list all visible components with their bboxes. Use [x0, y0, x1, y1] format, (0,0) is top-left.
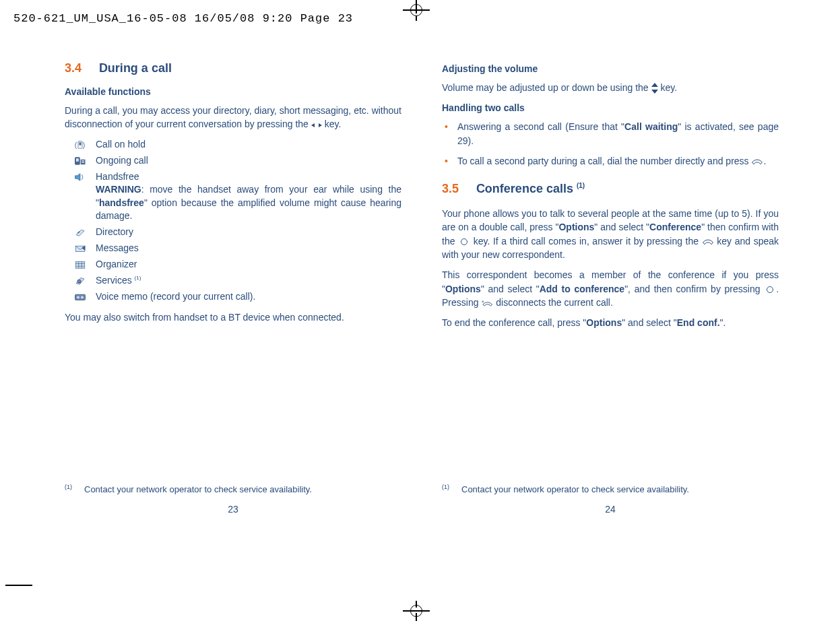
list-item-label: Ongoing call — [96, 154, 401, 168]
end-key-icon — [481, 299, 493, 307]
page-number: 23 — [65, 504, 401, 515]
page-23: 3.4 During a call Available functions Du… — [65, 59, 401, 535]
ok-key-icon — [458, 238, 470, 246]
list-item-label: Handsfree WARNING: move the handset away… — [96, 170, 401, 223]
list-item: Organizer — [65, 258, 401, 271]
conference-paragraph-2: This correspondent becomes a member of t… — [442, 268, 779, 309]
page-24: Adjusting the volume Volume may be adjus… — [442, 59, 779, 535]
footnote: (1)Contact your network operator to chec… — [442, 484, 779, 494]
phone-hold-icon: () — [65, 138, 96, 152]
bt-switch-note: You may also switch from handset to a BT… — [65, 310, 401, 324]
messages-icon — [65, 242, 96, 255]
list-item: Directory — [65, 226, 401, 239]
list-item-label: Organizer — [96, 258, 401, 271]
svg-marker-25 — [651, 90, 658, 94]
list-item-label: Answering a second call (Ensure that "Ca… — [457, 120, 779, 148]
svg-point-27 — [767, 286, 773, 292]
svg-rect-10 — [82, 162, 84, 162]
handsfree-icon — [65, 170, 96, 184]
list-item: Services (1) — [65, 274, 401, 288]
bullet-icon: • — [445, 154, 448, 168]
volume-paragraph: Volume may be adjusted up or down be usi… — [442, 81, 779, 94]
print-job-header: 520-621_UM_USA_16-05-08 16/05/08 9:20 Pa… — [13, 12, 353, 25]
left-right-arrow-icon — [311, 122, 322, 129]
page-number: 24 — [442, 504, 779, 515]
services-icon — [65, 274, 96, 288]
list-item: Messages — [65, 242, 401, 255]
section-heading: 3.5 Conference calls (1) — [442, 180, 779, 196]
section-title: During a call — [99, 61, 172, 75]
list-item: Ongoing call — [65, 154, 401, 168]
up-down-key-icon — [651, 83, 658, 94]
list-item-label: Call on hold — [96, 138, 401, 152]
call-key-icon — [751, 158, 763, 166]
svg-point-22 — [77, 296, 79, 298]
conference-paragraph-3: To end the conference call, press "Optio… — [442, 316, 779, 329]
list-item-label: Messages — [96, 242, 401, 255]
svg-point-28 — [482, 301, 484, 302]
subheading-available-functions: Available functions — [65, 86, 401, 97]
svg-rect-4 — [79, 142, 82, 145]
svg-marker-11 — [75, 173, 81, 181]
svg-rect-21 — [75, 294, 86, 300]
svg-point-26 — [461, 239, 467, 245]
section-number: 3.5 — [442, 182, 459, 195]
organizer-icon — [65, 258, 96, 271]
list-item: Handsfree WARNING: move the handset away… — [65, 170, 401, 223]
ongoing-call-icon — [65, 154, 96, 168]
svg-rect-9 — [82, 160, 84, 161]
footnote: (1)Contact your network operator to chec… — [65, 484, 401, 494]
bullet-icon: • — [445, 120, 448, 148]
section-number: 3.4 — [65, 61, 82, 75]
intro-paragraph: During a call, you may access your direc… — [65, 104, 401, 131]
list-item-label: Directory — [96, 226, 401, 239]
svg-marker-24 — [651, 83, 658, 87]
list-item-label: Services (1) — [96, 274, 401, 288]
subheading-handling-two-calls: Handling two calls — [442, 102, 779, 113]
section-title: Conference calls (1) — [476, 182, 585, 195]
bullet-list: • Answering a second call (Ensure that "… — [442, 120, 779, 168]
ok-key-icon — [764, 286, 776, 294]
subheading-adjusting-volume: Adjusting the volume — [442, 63, 779, 74]
list-item: • Answering a second call (Ensure that "… — [442, 120, 779, 148]
svg-text:): ) — [83, 140, 86, 148]
list-item: () Call on hold — [65, 138, 401, 152]
list-item: Voice memo (record your current call). — [65, 290, 401, 304]
svg-marker-0 — [311, 123, 315, 127]
call-key-icon — [702, 238, 714, 246]
svg-point-23 — [81, 296, 84, 298]
footnote-area: (1)Contact your network operator to chec… — [442, 484, 779, 515]
list-item-label: To call a second party during a call, di… — [457, 154, 779, 168]
footnote-area: (1)Contact your network operator to chec… — [65, 484, 401, 515]
svg-text:(: ( — [75, 140, 77, 148]
svg-rect-7 — [76, 158, 79, 162]
svg-rect-15 — [75, 261, 85, 268]
list-item: • To call a second party during a call, … — [442, 154, 779, 168]
functions-list: () Call on hold Ongoing call Handsfree W… — [65, 138, 401, 304]
conference-paragraph-1: Your phone allows you to talk to several… — [442, 207, 779, 261]
voice-memo-icon — [65, 290, 96, 304]
section-heading: 3.4 During a call — [65, 59, 401, 75]
directory-icon — [65, 226, 96, 239]
svg-point-20 — [77, 280, 82, 284]
list-item-label: Voice memo (record your current call). — [96, 290, 401, 304]
